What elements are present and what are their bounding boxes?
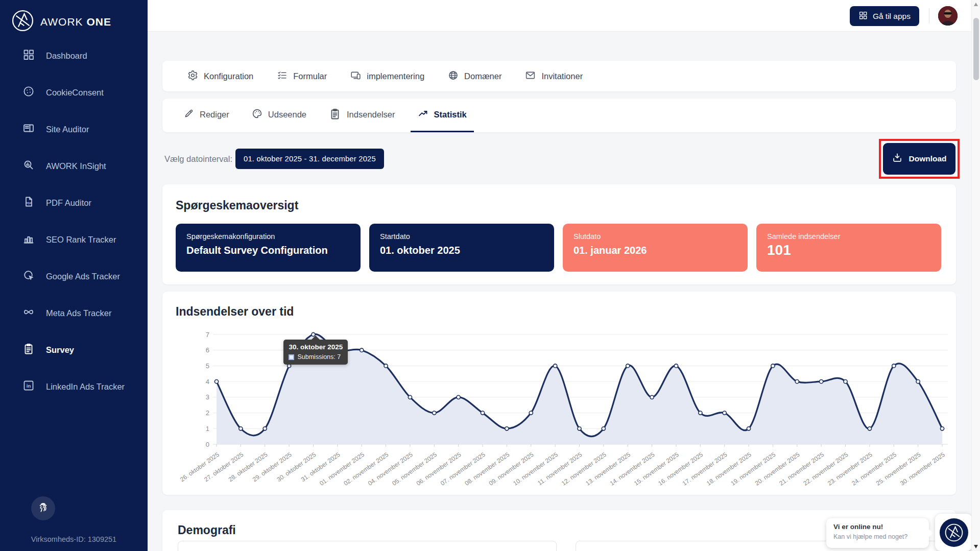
y-tick-label: 2 bbox=[206, 409, 209, 417]
sidebar-item-site-auditor[interactable]: Site Auditor bbox=[0, 123, 148, 135]
subtab-rediger[interactable]: Rediger bbox=[176, 99, 236, 132]
fingerprint-icon bbox=[37, 501, 49, 515]
data-point-marker bbox=[892, 364, 896, 368]
fingerprint-button[interactable] bbox=[31, 496, 55, 520]
data-point-marker bbox=[505, 427, 509, 430]
x-tick-label: 17. november 2025 bbox=[681, 451, 729, 487]
submissions-line-chart: 0123456726. oktober 202527. oktober 2025… bbox=[162, 321, 956, 493]
sidebar-item-label: LinkedIn Ads Tracker bbox=[46, 382, 125, 392]
sidebar-item-linkedin-ads-tracker[interactable]: in LinkedIn Ads Tracker bbox=[0, 380, 148, 393]
subtab-statistik[interactable]: Statistik bbox=[411, 99, 474, 132]
x-tick-label: 19. november 2025 bbox=[729, 451, 777, 487]
sidebar-item-awork-insight[interactable]: AWORK InSight bbox=[0, 160, 148, 172]
y-tick-label: 0 bbox=[206, 441, 209, 448]
devices-icon bbox=[350, 70, 361, 83]
x-tick-label: 16. november 2025 bbox=[657, 451, 704, 487]
x-tick-label: 07. november 2025 bbox=[439, 451, 487, 487]
x-tick-label: 13. november 2025 bbox=[584, 451, 632, 487]
tooltip-value: Submissions: 7 bbox=[297, 353, 341, 361]
user-avatar[interactable] bbox=[938, 6, 958, 26]
x-tick-label: 02. november 2025 bbox=[343, 451, 390, 487]
data-point-marker bbox=[239, 427, 243, 430]
palette-icon bbox=[252, 108, 262, 121]
download-annotation-box: Download bbox=[879, 139, 960, 179]
sidebar-item-label: CookieConsent bbox=[46, 88, 104, 98]
sidebar: AWORK ONE Dashboard CookieConsent Site A… bbox=[0, 0, 148, 551]
stat-card-label: Spørgeskemakonfiguration bbox=[186, 232, 350, 241]
tab-formular[interactable]: Formular bbox=[271, 70, 333, 83]
sidebar-item-label: SEO Rank Tracker bbox=[46, 235, 116, 245]
tab-konfiguration[interactable]: Konfiguration bbox=[181, 70, 259, 83]
sidebar-item-pdf-auditor[interactable]: PDF PDF Auditor bbox=[0, 197, 148, 209]
data-point-marker bbox=[650, 395, 654, 399]
data-point-marker bbox=[481, 411, 484, 415]
chart-tooltip: 30. oktober 2025 Submissions: 7 bbox=[283, 340, 348, 365]
apps-grid-icon bbox=[858, 11, 868, 22]
data-point-marker bbox=[916, 380, 920, 384]
tooltip-series-swatch bbox=[289, 354, 294, 360]
clipboard-icon bbox=[329, 108, 341, 122]
data-point-marker bbox=[868, 427, 871, 430]
topbar: Gå til apps bbox=[148, 0, 980, 32]
tab-implementering[interactable]: implementering bbox=[344, 70, 431, 83]
tab-invitationer[interactable]: Invitationer bbox=[519, 70, 589, 83]
data-point-marker bbox=[214, 380, 218, 384]
scroll-up-arrow-icon[interactable] bbox=[974, 3, 978, 6]
sidebar-item-label: Survey bbox=[46, 345, 74, 355]
sidebar-item-cookieconsent[interactable]: CookieConsent bbox=[0, 86, 148, 99]
stat-card-label: Startdato bbox=[380, 232, 543, 241]
download-button[interactable]: Download bbox=[883, 143, 955, 175]
subtab-indsendelser[interactable]: Indsendelser bbox=[322, 99, 402, 132]
scrollbar-thumb[interactable] bbox=[973, 18, 979, 80]
data-point-marker bbox=[795, 380, 799, 384]
data-point-marker bbox=[408, 395, 412, 399]
stat-card-row: Spørgeskemakonfiguration Default Survey … bbox=[176, 224, 943, 272]
stat-card-value: Default Survey Configuration bbox=[186, 245, 350, 256]
clipboard-icon bbox=[22, 343, 35, 357]
x-tick-label: 09. november 2025 bbox=[488, 451, 535, 487]
x-tick-label: 20. november 2025 bbox=[754, 451, 801, 487]
sidebar-item-seo-rank-tracker[interactable]: SEO Rank Tracker bbox=[0, 233, 148, 246]
sidebar-item-meta-ads-tracker[interactable]: Meta Ads Tracker bbox=[0, 307, 148, 319]
page: AWORK ONE Dashboard CookieConsent Site A… bbox=[0, 0, 980, 551]
dashboard-grid-icon bbox=[22, 49, 35, 63]
data-point-marker bbox=[360, 348, 364, 352]
chat-launcher-button[interactable] bbox=[935, 514, 972, 551]
x-tick-label: 26. oktober 2025 bbox=[179, 451, 221, 483]
sidebar-item-survey[interactable]: Survey bbox=[0, 344, 148, 356]
linkedin-icon: in bbox=[22, 379, 35, 394]
chat-widget-bubble[interactable]: Vi er online nu! Kan vi hjælpe med noget… bbox=[826, 518, 929, 548]
svg-text:PDF: PDF bbox=[26, 202, 32, 205]
x-tick-label: 18. november 2025 bbox=[705, 451, 753, 487]
x-tick-label: 15. november 2025 bbox=[633, 451, 680, 487]
sidebar-item-google-ads-tracker[interactable]: Google Ads Tracker bbox=[0, 270, 148, 282]
svg-text:in: in bbox=[27, 383, 31, 389]
data-point-marker bbox=[602, 427, 605, 430]
data-point-marker bbox=[844, 380, 847, 384]
checklist-icon bbox=[277, 70, 288, 83]
search-chart-icon bbox=[22, 159, 35, 173]
bar-chart-icon bbox=[22, 232, 35, 247]
date-range-picker[interactable]: 01. oktober 2025 - 31. december 2025 bbox=[235, 149, 384, 169]
infinity-icon bbox=[22, 306, 35, 320]
chart-title: Indsendelser over tid bbox=[176, 305, 943, 319]
chat-awork-logo-icon bbox=[940, 518, 968, 547]
subtab-udseende[interactable]: Udseende bbox=[245, 99, 314, 132]
browser-panel-icon bbox=[22, 122, 35, 136]
x-tick-label: 22. november 2025 bbox=[802, 451, 850, 487]
tab-domæner[interactable]: Domæner bbox=[442, 70, 508, 83]
y-tick-label: 1 bbox=[206, 425, 209, 433]
x-tick-label: 21. november 2025 bbox=[778, 451, 825, 487]
overview-title: Spørgeskemaoversigt bbox=[176, 199, 943, 212]
x-tick-label: 01. november 2025 bbox=[318, 451, 366, 487]
stat-card-value: 01. oktober 2025 bbox=[380, 245, 543, 256]
survey-overview-section: Spørgeskemaoversigt Spørgeskemakonfigura… bbox=[162, 184, 956, 284]
data-point-marker bbox=[747, 427, 750, 430]
scroll-down-arrow-icon[interactable] bbox=[974, 545, 978, 548]
date-range-label: Vælg datointerval: bbox=[164, 149, 232, 169]
go-to-apps-button[interactable]: Gå til apps bbox=[850, 6, 919, 26]
sidebar-item-dashboard[interactable]: Dashboard bbox=[0, 50, 148, 62]
sidebar-item-label: PDF Auditor bbox=[46, 198, 91, 208]
data-point-marker bbox=[674, 364, 678, 368]
y-tick-label: 4 bbox=[206, 378, 209, 386]
